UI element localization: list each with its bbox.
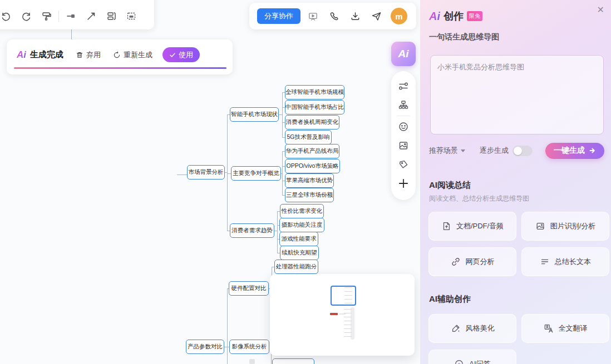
regenerate-button[interactable]: 重新生成 bbox=[113, 50, 152, 60]
close-icon[interactable]: ✕ bbox=[597, 6, 604, 14]
ai-logo: Ai bbox=[429, 10, 440, 23]
free-badge: 限免 bbox=[467, 11, 482, 21]
mindmap-node[interactable]: 性价比需求变化 bbox=[280, 204, 324, 218]
mindmap-node[interactable]: 硬件配置对比 bbox=[229, 281, 269, 296]
check-icon bbox=[169, 52, 176, 58]
ai-assistant-button[interactable]: Ai bbox=[391, 42, 416, 66]
insert-node-icon[interactable] bbox=[62, 7, 81, 26]
mindmap-node[interactable]: OPPO/vivo市场策略 bbox=[285, 159, 340, 173]
image-icon[interactable] bbox=[394, 136, 413, 155]
mindmap-node[interactable]: 市场背景分析 bbox=[187, 165, 225, 179]
recommended-scene-dropdown[interactable]: 推荐场景 bbox=[429, 146, 465, 156]
mindmap-node[interactable]: 消费者需求趋势 bbox=[230, 223, 274, 238]
format-painter-icon[interactable] bbox=[37, 7, 56, 26]
collab-toolbar: 分享协作 m bbox=[249, 3, 416, 29]
generation-progress-bar bbox=[14, 67, 226, 69]
mindmap-node[interactable] bbox=[272, 358, 314, 364]
edit-toolbar bbox=[0, 0, 154, 29]
panel-title: 创作 bbox=[444, 9, 464, 23]
preview-node-outline[interactable] bbox=[331, 286, 356, 306]
gray-marker-dash bbox=[339, 313, 346, 315]
generation-status-title: 生成完成 bbox=[30, 49, 63, 60]
structure-icon[interactable] bbox=[394, 96, 413, 114]
text-lines-icon bbox=[540, 257, 550, 267]
style-beautify-button[interactable]: 风格美化 bbox=[428, 314, 516, 343]
panel-header: Ai 创作 限免 bbox=[429, 9, 482, 23]
arrow-right-icon bbox=[588, 147, 596, 154]
download-icon[interactable] bbox=[346, 7, 364, 25]
mindmap-edge bbox=[177, 174, 187, 175]
emoji-icon[interactable] bbox=[394, 117, 413, 136]
generate-controls: 推荐场景 逐步生成 一键生成 bbox=[429, 142, 604, 159]
ruler-ticks-top bbox=[344, 287, 352, 305]
phone-icon[interactable] bbox=[325, 7, 343, 25]
ai-logo: Ai bbox=[17, 49, 26, 61]
send-icon[interactable] bbox=[367, 7, 385, 25]
relation-icon[interactable] bbox=[394, 77, 413, 96]
summarize-text-button[interactable]: 总结长文本 bbox=[521, 247, 609, 276]
use-result-button[interactable]: 使用 bbox=[162, 47, 200, 62]
toolbar-divider bbox=[58, 11, 59, 22]
share-collab-button[interactable]: 分享协作 bbox=[257, 8, 300, 24]
image-recognition-button[interactable]: 图片识别/分析 bbox=[521, 212, 609, 241]
prompt-input[interactable]: 小米手机竞品分析思维导图 bbox=[430, 55, 604, 134]
mindmap-node[interactable]: 处理器性能跑分 bbox=[274, 260, 318, 274]
mindmap-edge bbox=[227, 288, 228, 364]
insert-toolbar bbox=[391, 71, 416, 200]
trash-icon bbox=[76, 51, 83, 59]
translate-button[interactable]: 全文翻译 bbox=[521, 314, 609, 343]
discard-button[interactable]: 弃用 bbox=[76, 50, 101, 60]
presentation-icon[interactable] bbox=[304, 7, 322, 25]
mindmap-node[interactable]: 续航快充期望 bbox=[280, 246, 319, 260]
doc-pdf-audio-button[interactable]: 文档/PDF/音频 bbox=[428, 212, 516, 241]
partial-node-fragment bbox=[249, 359, 255, 364]
document-icon bbox=[441, 221, 451, 231]
plus-icon[interactable] bbox=[394, 174, 413, 193]
mindmap-node[interactable]: 全球智能手机市场规模 bbox=[285, 85, 344, 99]
app-window: 市场背景分析智能手机市场现状主要竞争对手概览消费者需求趋势全球智能手机市场规模中… bbox=[0, 0, 611, 364]
insert-arrow-icon[interactable] bbox=[82, 7, 101, 26]
ai-qa-button[interactable]: AI问答 bbox=[428, 350, 516, 364]
stepwise-toggle-group: 逐步生成 bbox=[480, 146, 533, 156]
mindmap-node[interactable]: 5G技术普及影响 bbox=[285, 130, 332, 144]
stepwise-toggle[interactable] bbox=[513, 146, 533, 156]
image-icon bbox=[535, 221, 545, 231]
panel-subtitle: 一句话生成思维导图 bbox=[429, 32, 499, 42]
refresh-icon bbox=[113, 51, 121, 59]
mindmap-node[interactable]: 产品参数对比 bbox=[186, 340, 224, 354]
mindmap-node[interactable]: 消费者换机周期变化 bbox=[285, 115, 339, 129]
mindmap-node[interactable]: 智能手机市场现状 bbox=[230, 107, 279, 122]
qa-bot-icon bbox=[454, 359, 464, 364]
undo-icon[interactable] bbox=[0, 7, 16, 26]
webpage-analysis-button[interactable]: 网页分析 bbox=[428, 247, 516, 276]
one-click-generate-button[interactable]: 一键生成 bbox=[545, 143, 604, 159]
mindmap-node[interactable]: 华为手机产品线布局 bbox=[285, 144, 339, 158]
mindmap-edge bbox=[277, 211, 278, 253]
mindmap-edge bbox=[271, 354, 272, 364]
red-marker-dash bbox=[330, 313, 338, 315]
mindmap-edge bbox=[282, 151, 283, 196]
mindmap-node[interactable]: 影像系统分析 bbox=[229, 340, 269, 354]
mindmap-node[interactable]: 游戏性能要求 bbox=[279, 232, 318, 246]
mindmap-node[interactable]: 苹果高端市场优势 bbox=[285, 173, 334, 188]
mindmap-node[interactable]: 主要竞争对手概览 bbox=[231, 166, 281, 181]
generation-complete-dialog: Ai 生成完成 弃用 重新生成 使用 bbox=[7, 39, 233, 74]
chevron-down-icon bbox=[461, 149, 465, 152]
select-frame-icon[interactable] bbox=[122, 7, 141, 26]
mindmap-node[interactable]: 摄影功能关注度 bbox=[279, 218, 324, 232]
node-preview-popup bbox=[270, 274, 415, 356]
mindmap-node[interactable]: 中国智能手机市场占比 bbox=[285, 100, 344, 114]
assist-section-title: AI辅助创作 bbox=[429, 294, 471, 305]
toolbar-divider bbox=[397, 116, 410, 116]
read-section-subtitle: 阅读文档、总结分析生成思维导图 bbox=[429, 194, 529, 203]
ai-creation-panel: ✕ Ai 创作 限免 一句话生成思维导图 小米手机竞品分析思维导图 推荐场景 逐… bbox=[420, 0, 611, 364]
mindmap-node[interactable]: 三星全球市场份额 bbox=[285, 188, 334, 202]
mindmap-edge bbox=[282, 92, 283, 137]
brush-icon bbox=[451, 323, 461, 333]
user-avatar[interactable]: m bbox=[391, 8, 407, 24]
link-icon bbox=[451, 257, 461, 267]
layout-icon[interactable] bbox=[102, 7, 121, 26]
translate-icon bbox=[544, 323, 554, 333]
tag-icon[interactable] bbox=[394, 155, 413, 174]
redo-icon[interactable] bbox=[17, 7, 36, 26]
